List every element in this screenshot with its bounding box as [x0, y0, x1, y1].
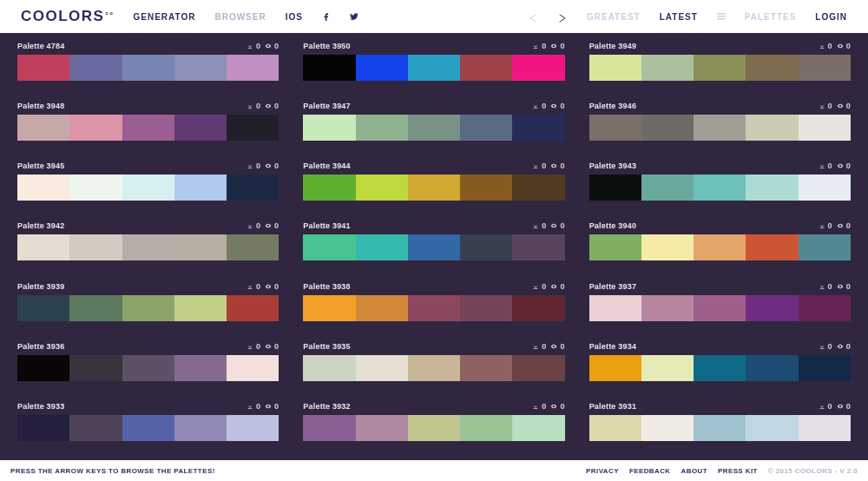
swatch[interactable] [17, 55, 69, 81]
swatch[interactable] [512, 175, 564, 201]
download-stat[interactable]: 0 [532, 282, 546, 291]
swatch[interactable] [589, 55, 641, 81]
swatch[interactable] [460, 295, 512, 321]
view-stat[interactable]: 0 [265, 402, 279, 411]
swatch[interactable] [122, 355, 174, 381]
download-stat[interactable]: 0 [532, 102, 546, 110]
swatch[interactable] [408, 295, 460, 321]
swatch[interactable] [408, 175, 460, 201]
swatch[interactable] [799, 415, 851, 441]
download-stat[interactable]: 0 [247, 161, 260, 170]
swatch[interactable] [589, 295, 641, 321]
swatch[interactable] [303, 55, 355, 81]
swatch[interactable] [303, 175, 355, 201]
palette-card[interactable]: Palette 394100 [303, 221, 564, 280]
swatch[interactable] [227, 115, 279, 141]
swatch[interactable] [303, 295, 355, 321]
download-stat[interactable]: 0 [819, 342, 832, 351]
swatch[interactable] [17, 115, 69, 141]
view-stat[interactable]: 0 [550, 342, 564, 351]
palette-card[interactable]: Palette 393600 [17, 342, 279, 400]
view-stat[interactable]: 0 [837, 161, 851, 170]
swatch[interactable] [303, 415, 355, 441]
palette-card[interactable]: Palette 478400 [17, 42, 279, 100]
swatch[interactable] [512, 234, 564, 260]
footer-feedback[interactable]: FEEDBACK [629, 467, 671, 475]
download-stat[interactable]: 0 [819, 42, 832, 50]
swatch[interactable] [227, 175, 279, 201]
swatch[interactable] [122, 234, 174, 260]
download-stat[interactable]: 0 [532, 402, 546, 411]
swatch[interactable] [799, 55, 851, 81]
view-stat[interactable]: 0 [837, 342, 851, 351]
swatch[interactable] [69, 115, 122, 141]
nav-palettes[interactable]: PALETTES [745, 12, 796, 22]
download-stat[interactable]: 0 [247, 102, 260, 110]
footer-privacy[interactable]: PRIVACY [586, 467, 619, 475]
palette-card[interactable]: Palette 393700 [589, 282, 851, 340]
view-stat[interactable]: 0 [837, 282, 851, 291]
swatch[interactable] [641, 55, 694, 81]
swatch[interactable] [174, 355, 227, 381]
swatch[interactable] [694, 115, 746, 141]
swatch[interactable] [460, 355, 512, 381]
swatch[interactable] [227, 55, 279, 81]
swatch[interactable] [122, 415, 174, 441]
swatch[interactable] [799, 355, 851, 381]
swatch[interactable] [799, 115, 851, 141]
prev-arrow[interactable] [528, 11, 538, 22]
swatch[interactable] [799, 295, 851, 321]
swatch[interactable] [694, 295, 746, 321]
swatch[interactable] [799, 234, 851, 260]
view-stat[interactable]: 0 [265, 221, 279, 230]
swatch[interactable] [174, 55, 227, 81]
download-stat[interactable]: 0 [819, 161, 832, 170]
swatch[interactable] [122, 175, 174, 201]
swatch[interactable] [174, 415, 227, 441]
swatch[interactable] [227, 295, 279, 321]
swatch[interactable] [356, 234, 408, 260]
swatch[interactable] [356, 355, 408, 381]
view-stat[interactable]: 0 [265, 42, 279, 50]
swatch[interactable] [227, 234, 279, 260]
palette-card[interactable]: Palette 393800 [303, 282, 564, 340]
view-stat[interactable]: 0 [265, 282, 279, 291]
palette-card[interactable]: Palette 394500 [17, 161, 279, 220]
view-stat[interactable]: 0 [550, 42, 564, 50]
swatch[interactable] [460, 234, 512, 260]
swatch[interactable] [174, 115, 227, 141]
swatch[interactable] [69, 234, 122, 260]
view-stat[interactable]: 0 [550, 402, 564, 411]
palette-card[interactable]: Palette 394800 [17, 102, 279, 160]
swatch[interactable] [17, 295, 69, 321]
sort-latest[interactable]: LATEST [660, 12, 698, 22]
nav-generator[interactable]: GENERATOR [133, 12, 195, 22]
swatch[interactable] [174, 234, 227, 260]
swatch[interactable] [227, 415, 279, 441]
swatch[interactable] [694, 175, 746, 201]
swatch[interactable] [122, 55, 174, 81]
swatch[interactable] [303, 355, 355, 381]
nav-ios[interactable]: IOS [286, 12, 303, 22]
swatch[interactable] [356, 55, 408, 81]
download-stat[interactable]: 0 [247, 221, 260, 230]
palette-card[interactable]: Palette 393100 [589, 402, 851, 460]
palette-card[interactable]: Palette 394600 [589, 102, 851, 160]
swatch[interactable] [512, 355, 564, 381]
swatch[interactable] [69, 295, 122, 321]
palette-card[interactable]: Palette 393200 [303, 402, 564, 460]
palette-card[interactable]: Palette 394400 [303, 161, 564, 220]
download-stat[interactable]: 0 [532, 221, 546, 230]
swatch[interactable] [303, 115, 355, 141]
swatch[interactable] [122, 295, 174, 321]
swatch[interactable] [17, 415, 69, 441]
download-stat[interactable]: 0 [247, 402, 260, 411]
swatch[interactable] [174, 295, 227, 321]
swatch[interactable] [746, 234, 798, 260]
download-stat[interactable]: 0 [532, 342, 546, 351]
download-stat[interactable]: 0 [819, 221, 832, 230]
palette-card[interactable]: Palette 393400 [589, 342, 851, 400]
view-stat[interactable]: 0 [265, 102, 279, 110]
swatch[interactable] [641, 234, 694, 260]
view-stat[interactable]: 0 [550, 161, 564, 170]
